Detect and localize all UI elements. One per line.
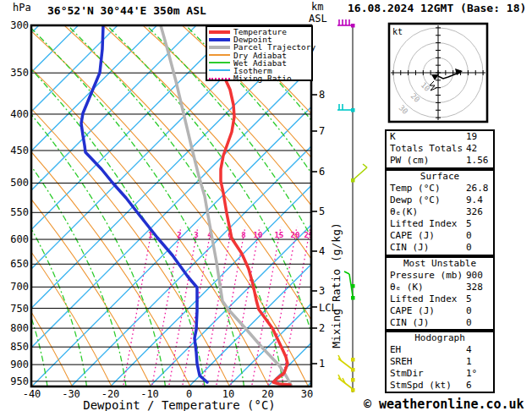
wind-level-dot: [351, 178, 355, 183]
table-row: CIN (J)0: [387, 242, 493, 254]
wind-level-dot: [351, 388, 355, 392]
mixing-ratio-value: 8: [241, 231, 245, 239]
mixing-ratio-value: 10: [254, 231, 263, 239]
pressure-tick-label: 550: [5, 206, 29, 218]
legend-swatch-wet-adiabat: [209, 62, 230, 63]
pressure-tick-label: 400: [5, 108, 29, 120]
wind-level-dot: [351, 296, 355, 300]
altitude-tick-label: 6: [319, 166, 325, 178]
altitude-tick-label: 7: [319, 125, 325, 137]
legend-swatch-isotherm: [209, 69, 230, 71]
copyright: © weatheronline.co.uk: [364, 397, 524, 411]
row-value: 0: [466, 317, 472, 329]
mixing-ratio-line: [169, 227, 198, 385]
pressure-tick-label: 750: [5, 303, 29, 315]
legend-swatch-dewpoint: [209, 38, 230, 41]
row-label: CIN (J): [390, 242, 429, 254]
row-value: 5: [466, 293, 472, 305]
wind-level-dot: [351, 284, 355, 288]
datetime-label: 16.08.2024 12GMT (Base: 18): [348, 2, 526, 14]
wind-barb: [353, 164, 367, 180]
row-value: 4: [466, 344, 472, 356]
row-label: CIN (J): [390, 317, 429, 329]
x-axis-title: Dewpoint / Temperature (°C): [78, 398, 281, 411]
pressure-tick-label: 350: [5, 67, 29, 79]
wind-level-dot: [351, 378, 355, 382]
mixing-ratio-value: 15: [275, 231, 284, 239]
sounding-app: 12346810152025kt102030 36°52'N 30°44'E 3…: [0, 0, 532, 411]
row-label: EH: [390, 344, 401, 356]
table-row: θₑ (K)328: [387, 282, 493, 293]
row-label: Pressure (mb): [390, 270, 463, 282]
row-value: 26.8: [466, 183, 489, 195]
row-value: 42: [466, 143, 477, 155]
row-value: 0: [466, 242, 472, 254]
table-hodograph: HodographEH4SREH1StmDir1°StmSpd (kt)6: [385, 331, 495, 393]
hodograph-unit-label: kt: [392, 27, 403, 36]
row-label: θₑ(K): [390, 206, 418, 218]
row-label: StmSpd (kt): [390, 380, 452, 392]
altitude-tick-label: 1: [319, 358, 325, 370]
station-title: 36°52'N 30°44'E 350m ASL: [47, 4, 206, 17]
pressure-tick-label: 950: [5, 375, 29, 387]
row-value: 1: [466, 356, 472, 368]
row-label: StmDir: [390, 368, 424, 380]
row-label: SREH: [390, 356, 413, 368]
row-label: Lifted Index: [390, 218, 457, 230]
pressure-tick-label: 300: [5, 19, 29, 31]
row-value: 19: [466, 131, 477, 143]
temp-tick-label: 30: [288, 388, 326, 400]
table-row: Pressure (mb)900: [387, 270, 493, 282]
pressure-unit-label: hPa: [13, 2, 31, 14]
row-value: 900: [466, 270, 483, 282]
legend-swatch-mixing-ratio: [209, 78, 230, 79]
row-label: Totals Totals: [390, 143, 463, 155]
row-label: K: [390, 131, 396, 143]
table-surface: SurfaceTemp (°C)26.8Dewp (°C)9.4θₑ(K)326…: [385, 169, 495, 256]
table-row: Dewp (°C)9.4: [387, 195, 493, 206]
table-row: SREH1: [387, 356, 493, 368]
pressure-tick-label: 850: [5, 341, 29, 353]
wind-level-dot: [351, 358, 355, 362]
pressure-tick-label: 650: [5, 258, 29, 270]
mixing-axis-label: Mixing Ratio (g/kg): [330, 206, 343, 366]
row-value: 0: [466, 305, 472, 317]
legend-label: Mixing Ratio: [233, 74, 292, 83]
pressure-tick-label: 500: [5, 177, 29, 189]
altitude-tick-label: 4: [319, 245, 325, 257]
wind-level-dot: [351, 24, 355, 28]
wind-barb: [337, 19, 353, 25]
row-value: 5: [466, 218, 472, 230]
table-row: Totals Totals42: [387, 143, 493, 155]
mixing-ratio-value: 3: [194, 231, 198, 239]
table-row: Temp (°C)26.8: [387, 183, 493, 195]
table-row: CAPE (J)0: [387, 230, 493, 242]
row-label: Lifted Index: [390, 293, 457, 305]
table-row: EH4: [387, 344, 493, 356]
row-value: 1°: [466, 368, 477, 380]
table-row: StmSpd (kt)6: [387, 380, 493, 392]
wind-barb: [344, 271, 353, 296]
pressure-tick-label: 900: [5, 359, 29, 370]
legend-swatch-parcel-trajectory: [209, 46, 230, 49]
altitude-tick-label: 8: [319, 89, 325, 101]
wind-level-dot: [351, 368, 355, 372]
altitude-tick-label: 3: [319, 285, 325, 297]
table-row: θₑ(K)326: [387, 206, 493, 218]
legend-swatch-dry-adiabat: [209, 54, 230, 56]
table-row: CIN (J)0: [387, 317, 493, 329]
row-value: 328: [466, 282, 483, 293]
row-label: CAPE (J): [390, 305, 435, 317]
pressure-tick-label: 450: [5, 145, 29, 156]
table-most-unstable: Most UnstablePressure (mb)900θₑ (K)328Li…: [385, 256, 495, 331]
mixing-ratio-value: 2: [177, 231, 181, 239]
table-row: StmDir1°: [387, 368, 493, 380]
row-value: 0: [466, 230, 472, 242]
row-value: 1.56: [466, 155, 489, 167]
row-label: CAPE (J): [390, 230, 435, 242]
table-title-hodograph: Hodograph: [387, 332, 493, 344]
legend-entry: Mixing Ratio: [209, 74, 311, 82]
table-row: Lifted Index5: [387, 293, 493, 305]
row-value: 6: [466, 380, 472, 392]
mixing-ratio-line: [231, 227, 260, 385]
